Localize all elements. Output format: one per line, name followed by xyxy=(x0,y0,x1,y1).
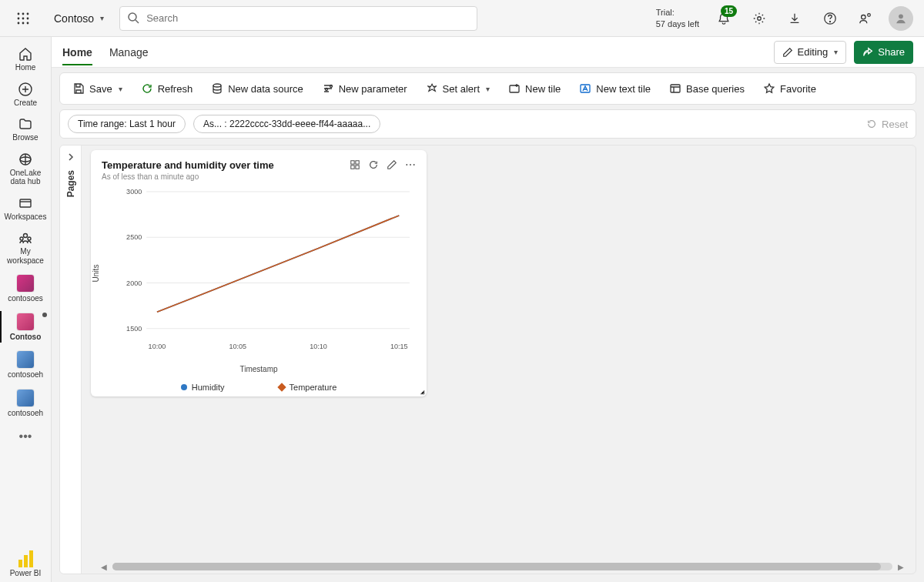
tenant-switcher[interactable]: Contoso ▾ xyxy=(48,12,110,25)
tile-header: Temperature and humidity over time As of… xyxy=(102,159,416,181)
page-tabs: Home Manage Editing ▾ Share xyxy=(52,37,924,68)
tab-manage[interactable]: Manage xyxy=(109,40,149,65)
svg-point-26 xyxy=(325,89,327,91)
base-queries-button[interactable]: Base queries xyxy=(661,76,752,101)
circle-marker-icon xyxy=(181,384,187,390)
new-parameter-button[interactable]: New parameter xyxy=(314,76,415,101)
nav-ws-contosoeh-1[interactable]: contosoeh xyxy=(0,346,52,384)
account-button[interactable] xyxy=(886,3,916,34)
global-header: Contoso ▾ Trial: 57 days left 15 xyxy=(0,0,924,37)
svg-text:10:05: 10:05 xyxy=(229,343,246,350)
reset-filters-button[interactable]: Reset xyxy=(866,119,908,130)
tab-home[interactable]: Home xyxy=(62,40,92,65)
svg-text:2500: 2500 xyxy=(126,233,142,241)
svg-point-5 xyxy=(27,17,29,19)
set-alert-button[interactable]: Set alert ▾ xyxy=(418,76,497,101)
powerbi-icon xyxy=(16,549,35,567)
trial-status: Trial: 57 days left xyxy=(656,7,699,29)
asset-filter-pill[interactable]: As... : 2222cccc-33dd-eeee-ff44-aaaaa... xyxy=(193,115,380,133)
nav-ws-contoso[interactable]: Contoso xyxy=(0,308,52,346)
svg-text:2000: 2000 xyxy=(126,279,142,286)
workspace-icon xyxy=(16,313,35,331)
svg-point-0 xyxy=(18,12,20,15)
nav-home[interactable]: Home xyxy=(0,42,52,77)
svg-text:1500: 1500 xyxy=(126,325,142,333)
chevron-down-icon: ▾ xyxy=(486,85,490,93)
nav-workspaces[interactable]: Workspaces xyxy=(0,191,52,226)
pages-pane: Pages xyxy=(60,146,82,574)
refresh-button[interactable]: Refresh xyxy=(133,76,201,101)
nav-rail: Home Create Browse OneLake data hub Work… xyxy=(0,37,52,582)
app-launcher-icon[interactable] xyxy=(8,3,38,34)
workspace-icon xyxy=(16,350,35,369)
new-text-tile-button[interactable]: New text tile xyxy=(571,76,658,101)
nav-ws-contosoes[interactable]: contosoes xyxy=(0,269,52,308)
nav-powerbi[interactable]: Power BI xyxy=(0,544,52,583)
svg-point-21 xyxy=(24,234,28,238)
legend-humidity: Humidity xyxy=(181,383,225,392)
nav-ws-contosoeh-2[interactable]: contosoeh xyxy=(0,384,52,423)
dashboard-canvas[interactable]: Temperature and humidity over time As of… xyxy=(82,146,916,574)
new-data-source-button[interactable]: New data source xyxy=(203,76,311,101)
chart-plot: 150020002500300010:0010:0510:1010:15 xyxy=(108,187,417,360)
svg-point-13 xyxy=(829,21,830,22)
nav-onelake[interactable]: OneLake data hub xyxy=(0,147,52,191)
svg-point-23 xyxy=(28,237,31,240)
filter-bar: Time range: Last 1 hour As... : 2222cccc… xyxy=(59,109,916,139)
svg-rect-29 xyxy=(671,85,680,92)
svg-text:10:00: 10:00 xyxy=(149,343,166,350)
svg-rect-33 xyxy=(356,166,359,169)
new-tile-button[interactable]: New tile xyxy=(500,76,568,101)
svg-rect-27 xyxy=(510,85,519,92)
nav-browse[interactable]: Browse xyxy=(0,112,52,147)
svg-rect-31 xyxy=(356,161,359,164)
tile-more-icon[interactable]: ⋯ xyxy=(405,159,416,170)
header-actions: 15 xyxy=(708,3,916,34)
nav-my-workspace[interactable]: My workspace xyxy=(0,226,52,269)
svg-point-8 xyxy=(27,22,29,24)
svg-rect-30 xyxy=(351,161,354,164)
pages-label[interactable]: Pages xyxy=(65,170,76,197)
chart-tile[interactable]: Temperature and humidity over time As of… xyxy=(91,150,427,396)
settings-button[interactable] xyxy=(744,3,775,34)
feedback-button[interactable] xyxy=(850,3,881,34)
command-toolbar: Save ▾ Refresh New data source New param… xyxy=(59,72,916,105)
x-axis-label: Timestamp xyxy=(91,365,427,373)
scroll-left-icon[interactable]: ◀ xyxy=(99,561,109,572)
workspace-icon xyxy=(16,274,35,293)
notifications-button[interactable]: 15 xyxy=(708,3,739,34)
avatar-icon xyxy=(889,6,913,31)
svg-point-24 xyxy=(213,84,221,87)
active-dot-icon xyxy=(42,313,47,317)
tile-edit-icon[interactable] xyxy=(387,159,397,170)
favorite-button[interactable]: Favorite xyxy=(755,76,824,101)
download-button[interactable] xyxy=(779,3,810,34)
tile-subtitle: As of less than a minute ago xyxy=(102,172,274,181)
chevron-down-icon: ▾ xyxy=(834,48,838,56)
scrollbar-thumb[interactable] xyxy=(112,563,881,570)
tile-explore-icon[interactable] xyxy=(350,159,360,170)
time-range-pill[interactable]: Time range: Last 1 hour xyxy=(68,115,186,133)
svg-point-14 xyxy=(862,15,865,18)
search-input[interactable] xyxy=(119,6,477,31)
expand-pages-icon[interactable] xyxy=(64,150,78,164)
chevron-down-icon: ▾ xyxy=(119,85,122,93)
scroll-right-icon[interactable]: ▶ xyxy=(896,561,906,572)
svg-text:10:15: 10:15 xyxy=(390,343,408,350)
tile-resize-handle[interactable] xyxy=(417,387,425,395)
tenant-name: Contoso xyxy=(54,12,94,25)
nav-more[interactable]: ••• xyxy=(19,422,32,451)
nav-create[interactable]: Create xyxy=(0,77,52,112)
svg-point-4 xyxy=(22,17,25,19)
tile-title: Temperature and humidity over time xyxy=(102,159,274,171)
share-button[interactable]: Share xyxy=(854,41,913,64)
tile-refresh-icon[interactable] xyxy=(368,159,379,170)
notification-badge: 15 xyxy=(721,5,737,17)
main-area: Home Manage Editing ▾ Share Save ▾ Refre… xyxy=(52,37,924,582)
horizontal-scrollbar[interactable] xyxy=(112,563,892,570)
editing-mode-button[interactable]: Editing ▾ xyxy=(774,41,847,64)
chart-legend: Humidity Temperature xyxy=(91,383,427,392)
save-button[interactable]: Save ▾ xyxy=(65,76,130,101)
canvas-wrap: Pages Temperature and humidity over time… xyxy=(59,145,916,574)
help-button[interactable] xyxy=(815,3,845,34)
